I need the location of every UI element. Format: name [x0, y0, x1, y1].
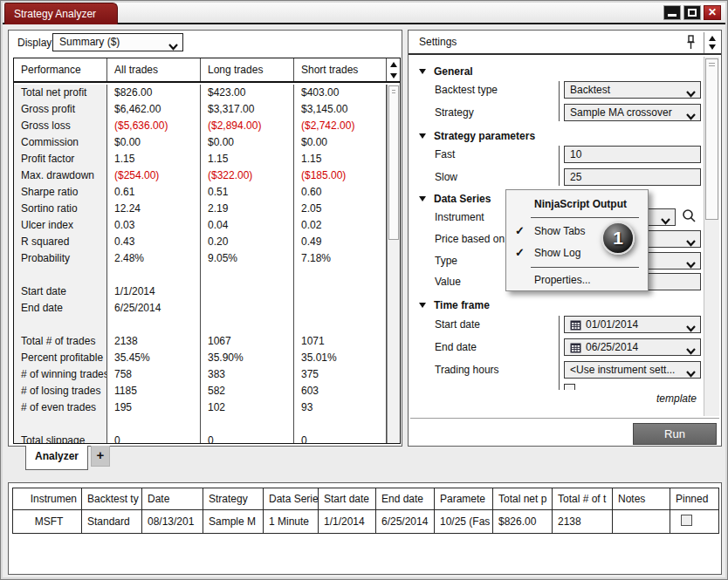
performance-row-label: Sortino ratio	[14, 201, 107, 217]
performance-row-label	[14, 416, 107, 433]
performance-cell	[107, 317, 201, 333]
column-header-long-trades[interactable]: Long trades	[201, 58, 294, 81]
fast-input[interactable]: 10	[564, 146, 701, 163]
tab-analyzer[interactable]: Analyzer	[25, 446, 88, 470]
scroll-down-button[interactable]	[709, 44, 716, 50]
performance-row: Total slippage000	[14, 433, 387, 443]
scroll-up-button[interactable]	[709, 36, 716, 41]
performance-cell: 0	[201, 433, 294, 443]
section-strategy-parameters[interactable]: Strategy parameters	[419, 130, 535, 144]
performance-cell: $0.00	[201, 134, 294, 151]
performance-row-label	[14, 317, 107, 333]
add-tab-button[interactable]: +	[91, 446, 110, 467]
column-header-performance[interactable]: Performance	[14, 58, 107, 81]
maximize-button[interactable]	[683, 5, 701, 20]
display-dropdown[interactable]: Summary ($)	[52, 33, 183, 51]
search-icon[interactable]	[681, 208, 698, 226]
clipped-checkbox[interactable]	[564, 384, 575, 390]
performance-row-label: Profit factor	[14, 151, 107, 167]
column-header-all-trades[interactable]: All trades	[107, 58, 201, 81]
backtest-type-dropdown[interactable]: Backtest	[564, 81, 701, 99]
window-controls: ✕	[663, 5, 721, 20]
run-button[interactable]: Run	[633, 423, 717, 445]
scroll-up-button[interactable]	[387, 58, 400, 70]
performance-cell: 9.05%	[201, 250, 294, 267]
results-table-header: InstrumenBacktest tyDateStrategyData Ser…	[13, 488, 718, 510]
results-column-header[interactable]: Start date	[319, 488, 376, 509]
results-cell: MSFT	[13, 510, 82, 533]
performance-cell: 0.49	[294, 234, 387, 250]
performance-cell: $6,462.00	[107, 101, 201, 118]
end-date-picker[interactable]: 06/25/2014	[564, 338, 701, 356]
results-column-header[interactable]: End date	[376, 488, 435, 509]
results-column-header[interactable]: Date	[142, 488, 203, 509]
display-label: Display	[17, 34, 52, 51]
performance-cell: 195	[107, 399, 201, 416]
results-cell: 08/13/201	[142, 510, 203, 533]
menu-item-properties[interactable]: Properties...	[506, 270, 648, 290]
column-header-short-trades[interactable]: Short trades	[294, 58, 387, 81]
performance-cell: 1.15	[201, 151, 294, 167]
performance-row: # of even trades19510293	[14, 399, 387, 416]
strategy-dropdown[interactable]: Sample MA crossover	[564, 104, 701, 121]
menu-item-ninjascript-output[interactable]: NinjaScript Output	[534, 198, 627, 210]
performance-row: Profit factor1.151.151.15	[14, 151, 387, 167]
section-data-series[interactable]: Data Series	[419, 193, 491, 207]
results-column-header[interactable]: Pinned	[670, 488, 718, 509]
chevron-down-icon	[686, 235, 696, 248]
performance-row-label: Ulcer index	[14, 217, 107, 234]
start-date-picker[interactable]: 01/01/2014	[564, 316, 701, 333]
performance-row	[14, 416, 387, 433]
settings-scrollbar[interactable]	[704, 57, 719, 416]
performance-cell: $0.00	[107, 134, 201, 151]
pinned-cell	[670, 510, 718, 533]
performance-cell: 0.43	[107, 234, 201, 250]
scrollbar-thumb[interactable]	[388, 85, 399, 240]
performance-cell: ($322.00)	[201, 167, 294, 184]
results-column-header[interactable]: Total # of t	[553, 488, 613, 509]
trading-hours-label: Trading hours	[435, 361, 499, 379]
section-general[interactable]: General	[419, 65, 473, 79]
title-bar[interactable]: Strategy Analyzer ✕	[3, 3, 725, 24]
settings-header: Settings	[409, 31, 721, 55]
performance-cell: 2138	[107, 333, 201, 350]
performance-cell	[201, 317, 294, 333]
results-column-header[interactable]: Data Serie	[264, 488, 319, 509]
performance-row-label: R squared	[14, 234, 107, 250]
performance-cell	[294, 300, 387, 317]
results-cell: 10/25 (Fas	[435, 510, 493, 533]
results-column-header[interactable]: Notes	[613, 488, 670, 509]
results-column-header[interactable]: Paramete	[435, 488, 493, 509]
table-row[interactable]: MSFTStandard08/13/201Sample M1 Minute1/1…	[13, 510, 718, 533]
scroll-down-button[interactable]	[387, 70, 400, 81]
close-button[interactable]: ✕	[704, 5, 721, 20]
performance-cell: $3,145.00	[294, 101, 387, 118]
performance-row-label: Gross loss	[14, 118, 107, 134]
performance-cell: ($2,894.00)	[201, 118, 294, 134]
window-title: Strategy Analyzer	[14, 8, 96, 20]
performance-row: R squared0.430.200.49	[14, 234, 387, 250]
strategy-analyzer-window: Strategy Analyzer ✕ Display Summary ($) …	[0, 0, 728, 580]
pinned-checkbox[interactable]	[681, 515, 692, 526]
performance-row: Sortino ratio12.242.192.05	[14, 201, 387, 217]
chevron-down-icon	[686, 109, 696, 121]
template-link[interactable]: template	[656, 392, 697, 405]
pin-icon[interactable]	[686, 35, 696, 53]
results-column-header[interactable]: Backtest ty	[82, 488, 142, 509]
menu-separator	[531, 217, 639, 218]
trading-hours-dropdown[interactable]: <Use instrument sett...	[564, 361, 701, 379]
results-column-header[interactable]: Instrumen	[13, 488, 82, 509]
collapse-arrow-icon	[419, 69, 426, 74]
performance-cell: 1071	[294, 333, 387, 350]
slow-input[interactable]: 25	[564, 168, 701, 186]
results-panel: InstrumenBacktest tyDateStrategyData Ser…	[8, 482, 722, 575]
results-column-header[interactable]: Strategy	[203, 488, 264, 509]
scrollbar-thumb[interactable]	[705, 58, 718, 220]
minimize-button[interactable]	[663, 5, 681, 20]
performance-cell: 0.03	[107, 217, 201, 234]
slow-label: Slow	[435, 168, 457, 186]
instrument-label: Instrument	[435, 208, 484, 226]
results-column-header[interactable]: Total net p	[493, 488, 553, 509]
vertical-scrollbar[interactable]	[387, 85, 400, 443]
section-time-frame[interactable]: Time frame	[419, 299, 490, 313]
